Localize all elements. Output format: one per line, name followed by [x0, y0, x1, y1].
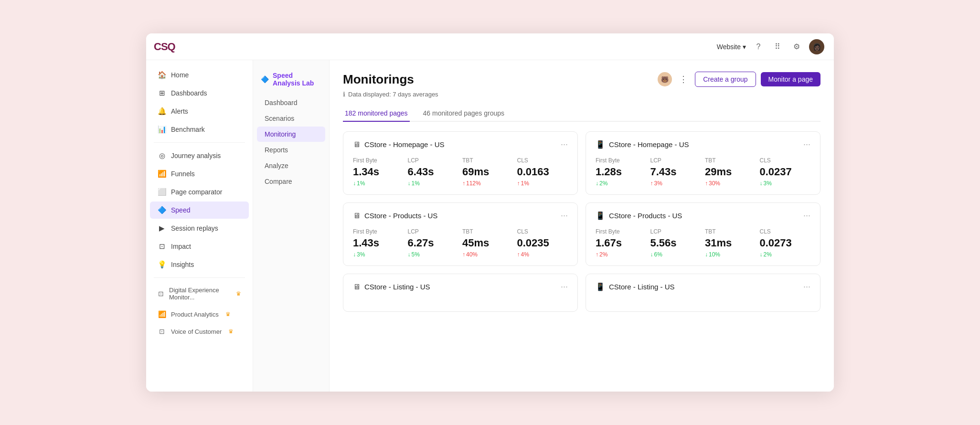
metric-tbt: TBT 69ms 112%	[462, 157, 513, 187]
card-title: CStore - Homepage - US	[364, 140, 445, 149]
session-replays-icon: ▶	[158, 224, 166, 233]
metric-change: 2%	[596, 180, 647, 187]
metric-change: 30%	[705, 180, 756, 187]
sidebar-item-home[interactable]: 🏠 Home	[150, 66, 249, 84]
sub-nav-analyze[interactable]: Analyze	[257, 158, 325, 173]
card-more-icon[interactable]: ···	[803, 139, 810, 149]
tab-monitored-pages[interactable]: 182 monitored pages	[343, 106, 410, 122]
sidebar-item-journey-analysis[interactable]: ◎ Journey analysis	[150, 147, 249, 164]
card-header: 🖥 CStore - Products - US ···	[353, 211, 568, 221]
metric-first-byte: First Byte 1.28s 2%	[596, 157, 647, 187]
website-label: Website	[717, 43, 741, 51]
sidebar-item-label: Page comparator	[171, 188, 222, 196]
monitor-page-button[interactable]: Monitor a page	[761, 72, 820, 86]
metric-change: 2%	[596, 251, 647, 258]
sidebar-item-page-comparator[interactable]: ⬜ Page comparator	[150, 183, 249, 201]
metric-value: 1.28s	[596, 166, 647, 178]
topbar: CSQ Website ▾ ? ⠿ ⚙ 👩🏿	[146, 33, 834, 60]
sidebar-item-benchmark[interactable]: 📊 Benchmark	[150, 121, 249, 138]
settings-icon[interactable]: ⚙	[790, 40, 803, 53]
sidebar-item-label: Session replays	[171, 224, 218, 232]
card-title: CStore - Listing - US	[364, 283, 430, 291]
sidebar-item-label: Benchmark	[171, 126, 205, 133]
sub-nav-compare[interactable]: Compare	[257, 174, 325, 189]
website-selector[interactable]: Website ▾	[717, 43, 746, 51]
sidebar-item-insights[interactable]: 💡 Insights	[150, 256, 249, 273]
metric-change: 6%	[650, 251, 702, 258]
metric-lcp: LCP 7.43s 3%	[650, 157, 702, 187]
crown-icon: ♛	[236, 290, 241, 297]
sidebar-item-speed[interactable]: 🔷 Speed	[150, 202, 249, 219]
sidebar-item-alerts[interactable]: 🔔 Alerts	[150, 103, 249, 120]
crown-icon: ♛	[225, 311, 231, 318]
card-more-icon[interactable]: ···	[561, 282, 568, 292]
card-more-icon[interactable]: ···	[561, 211, 568, 221]
avatar-emoji: 👩🏿	[813, 43, 821, 51]
card-more-icon[interactable]: ···	[803, 211, 810, 221]
metric-value: 0.0237	[760, 166, 811, 178]
metric-label: CLS	[760, 157, 811, 164]
card-header: 🖥 CStore - Homepage - US ···	[353, 139, 568, 149]
insights-icon: 💡	[158, 260, 166, 269]
metric-value: 1.34s	[353, 166, 404, 178]
sidebar-item-product-analytics[interactable]: 📶 Product Analytics ♛	[150, 306, 249, 322]
sub-nav-scenarios[interactable]: Scenarios	[257, 111, 325, 126]
tabs: 182 monitored pages 46 monitored pages g…	[343, 106, 820, 122]
help-icon[interactable]: ?	[752, 40, 765, 53]
card-header: 🖥 CStore - Listing - US ···	[353, 282, 568, 292]
app-logo: CSQ	[154, 41, 175, 53]
sidebar-item-voice-of-customer[interactable]: ⊡ Voice of Customer ♛	[150, 323, 249, 340]
card-title: CStore - Products - US	[364, 212, 437, 220]
sidebar-item-label: Voice of Customer	[171, 328, 222, 335]
left-sidebar: 🏠 Home ⊞ Dashboards 🔔 Alerts 📊 Benchmark…	[146, 60, 253, 392]
mobile-icon: 📱	[596, 140, 605, 149]
dashboards-icon: ⊞	[158, 89, 166, 97]
sub-nav-monitoring[interactable]: Monitoring	[257, 127, 325, 142]
metric-cls: CLS 0.0235 4%	[517, 228, 568, 258]
card-more-icon[interactable]: ···	[561, 139, 568, 149]
tab-monitored-groups[interactable]: 46 monitored pages groups	[421, 106, 506, 122]
metric-change: 40%	[462, 251, 513, 258]
crown-icon: ♛	[228, 328, 234, 335]
speed-sub-icon: 🔷	[261, 75, 269, 83]
metric-value: 1.43s	[353, 237, 404, 249]
create-group-button[interactable]: Create a group	[695, 72, 756, 87]
sidebar-item-funnels[interactable]: 📶 Funnels	[150, 165, 249, 182]
metric-change: 10%	[705, 251, 756, 258]
sidebar-item-label: Product Analytics	[171, 311, 219, 318]
metric-value: 1.67s	[596, 237, 647, 249]
product-analytics-icon: 📶	[158, 310, 166, 318]
monitoring-card-4: 📱 CStore - Products - US ··· First Byte …	[586, 202, 820, 266]
user-avatar[interactable]: 👩🏿	[809, 39, 824, 54]
card-more-icon[interactable]: ···	[803, 282, 810, 292]
sidebar-item-impact[interactable]: ⊡ Impact	[150, 238, 249, 255]
metric-value: 6.27s	[408, 237, 459, 249]
funnels-icon: 📶	[158, 170, 166, 178]
sidebar-item-digital-exp[interactable]: ⊡ Digital Experience Monitor... ♛	[150, 282, 249, 305]
info-icon: ℹ	[343, 91, 345, 98]
sub-nav-dashboard[interactable]: Dashboard	[257, 95, 325, 110]
metric-label: First Byte	[353, 228, 404, 235]
monitoring-card-5: 🖥 CStore - Listing - US ···	[343, 274, 578, 312]
metric-value: 0.0235	[517, 237, 568, 249]
metric-first-byte: First Byte 1.34s 1%	[353, 157, 404, 187]
metric-change: 1%	[408, 180, 459, 187]
sidebar-item-dashboards[interactable]: ⊞ Dashboards	[150, 85, 249, 102]
data-info: ℹ Data displayed: 7 days averages	[343, 91, 820, 98]
apps-grid-icon[interactable]: ⠿	[771, 40, 784, 53]
sub-nav-reports[interactable]: Reports	[257, 142, 325, 158]
sidebar-item-label: Impact	[171, 243, 191, 250]
sidebar-item-label: Dashboards	[171, 89, 207, 97]
digital-exp-icon: ⊡	[158, 290, 164, 298]
more-options-icon[interactable]: ⋮	[677, 73, 690, 86]
main-layout: 🏠 Home ⊞ Dashboards 🔔 Alerts 📊 Benchmark…	[146, 60, 834, 392]
metric-tbt: TBT 29ms 30%	[705, 157, 756, 187]
sub-sidebar-header: 🔷 Speed Analysis Lab	[253, 68, 329, 95]
sidebar-item-label: Home	[171, 71, 189, 79]
metric-label: TBT	[705, 228, 756, 235]
sidebar-item-session-replays[interactable]: ▶ Session replays	[150, 220, 249, 237]
sidebar-item-label: Funnels	[171, 170, 195, 178]
card-title: CStore - Listing - US	[609, 283, 675, 291]
metrics-row: First Byte 1.34s 1% LCP 6.43s 1% TBT 69m…	[353, 157, 568, 187]
page-comparator-icon: ⬜	[158, 188, 166, 196]
